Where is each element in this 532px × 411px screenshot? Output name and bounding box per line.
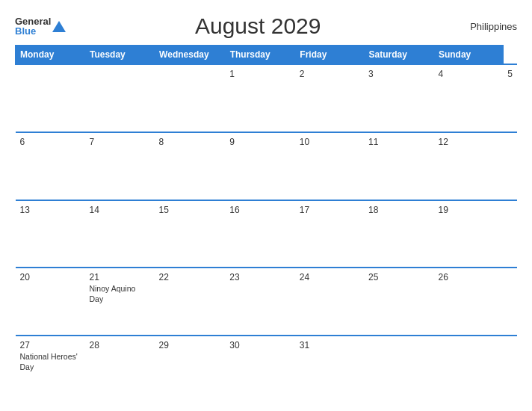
calendar-cell: 24 <box>295 268 364 336</box>
day-number: 31 <box>300 340 359 350</box>
day-number: 10 <box>300 137 359 147</box>
logo: General Blue <box>15 16 66 36</box>
day-number: 3 <box>368 69 429 79</box>
calendar-cell: 16 <box>225 200 295 268</box>
calendar-cell: 7 <box>84 132 154 200</box>
day-number: 6 <box>20 137 81 147</box>
calendar-cell: 8 <box>155 132 226 200</box>
calendar-week-row: 2021Ninoy Aquino Day2223242526 <box>16 268 518 336</box>
calendar-cell: 14 <box>84 200 154 268</box>
calendar-cell: 1 <box>225 64 295 132</box>
calendar-week-row: 6789101112 <box>16 132 518 200</box>
calendar-cell: 5 <box>503 64 517 132</box>
calendar-cell: 21Ninoy Aquino Day <box>84 268 154 336</box>
day-number: 30 <box>229 340 291 350</box>
day-number: 4 <box>438 69 498 79</box>
calendar-cell: 30 <box>225 336 295 404</box>
calendar-cell: 13 <box>16 200 85 268</box>
day-number: 9 <box>229 137 291 147</box>
calendar-cell: 11 <box>364 132 433 200</box>
day-number: 24 <box>300 272 359 282</box>
calendar-header: General Blue August 2029 Philippines <box>15 13 517 39</box>
calendar-cell <box>16 64 85 132</box>
logo-blue-text: Blue <box>15 26 51 36</box>
header-tuesday: Tuesday <box>84 46 154 65</box>
day-number: 28 <box>89 340 149 350</box>
day-number: 7 <box>89 137 149 147</box>
day-number: 15 <box>159 205 221 215</box>
calendar-cell: 29 <box>155 336 226 404</box>
day-number: 11 <box>368 137 429 147</box>
calendar-week-row: 12345 <box>16 64 518 132</box>
header-sunday: Sunday <box>433 46 503 65</box>
day-number: 13 <box>20 205 81 215</box>
day-number: 23 <box>229 272 291 282</box>
day-number: 1 <box>229 69 291 79</box>
day-number: 25 <box>368 272 429 282</box>
calendar-cell: 26 <box>433 268 503 336</box>
day-number: 26 <box>438 272 498 282</box>
calendar-cell <box>433 336 503 404</box>
calendar-table: Monday Tuesday Wednesday Thursday Friday… <box>15 45 517 404</box>
header-monday: Monday <box>16 46 85 65</box>
header-wednesday: Wednesday <box>155 46 226 65</box>
calendar-cell: 9 <box>225 132 295 200</box>
day-number: 16 <box>229 205 291 215</box>
day-number: 14 <box>89 205 149 215</box>
header-friday: Friday <box>295 46 364 65</box>
day-number: 21 <box>89 272 149 282</box>
calendar-cell: 18 <box>364 200 433 268</box>
calendar-cell: 15 <box>155 200 226 268</box>
logo-triangle-icon <box>52 21 66 32</box>
weekday-header-row: Monday Tuesday Wednesday Thursday Friday… <box>16 46 518 65</box>
calendar-cell: 20 <box>16 268 85 336</box>
day-number: 2 <box>300 69 359 79</box>
calendar-cell: 2 <box>295 64 364 132</box>
calendar-title: August 2029 <box>66 13 450 39</box>
calendar-cell: 17 <box>295 200 364 268</box>
calendar-cell: 27National Heroes' Day <box>16 336 85 404</box>
calendar-cell <box>364 336 433 404</box>
day-number: 29 <box>159 340 221 350</box>
day-number: 19 <box>438 205 498 215</box>
calendar-cell <box>155 64 226 132</box>
calendar-cell: 3 <box>364 64 433 132</box>
header-saturday: Saturday <box>364 46 433 65</box>
calendar-cell: 28 <box>84 336 154 404</box>
header-thursday: Thursday <box>225 46 295 65</box>
holiday-label: National Heroes' Day <box>20 352 81 372</box>
day-number: 8 <box>159 137 221 147</box>
country-label: Philippines <box>450 21 517 32</box>
day-number: 5 <box>507 69 513 79</box>
calendar-cell: 6 <box>16 132 85 200</box>
calendar-cell: 4 <box>433 64 503 132</box>
day-number: 20 <box>20 272 81 282</box>
calendar-cell: 31 <box>295 336 364 404</box>
calendar-cell: 23 <box>225 268 295 336</box>
calendar-cell: 22 <box>155 268 226 336</box>
calendar-cell: 12 <box>433 132 503 200</box>
holiday-label: Ninoy Aquino Day <box>89 284 149 304</box>
day-number: 17 <box>300 205 359 215</box>
calendar-cell: 10 <box>295 132 364 200</box>
day-number: 18 <box>368 205 429 215</box>
calendar-week-row: 27National Heroes' Day28293031 <box>16 336 518 404</box>
calendar-cell <box>84 64 154 132</box>
day-number: 27 <box>20 340 81 350</box>
calendar-week-row: 13141516171819 <box>16 200 518 268</box>
day-number: 12 <box>438 137 498 147</box>
calendar-cell: 25 <box>364 268 433 336</box>
day-number: 22 <box>159 272 221 282</box>
calendar-cell: 19 <box>433 200 503 268</box>
